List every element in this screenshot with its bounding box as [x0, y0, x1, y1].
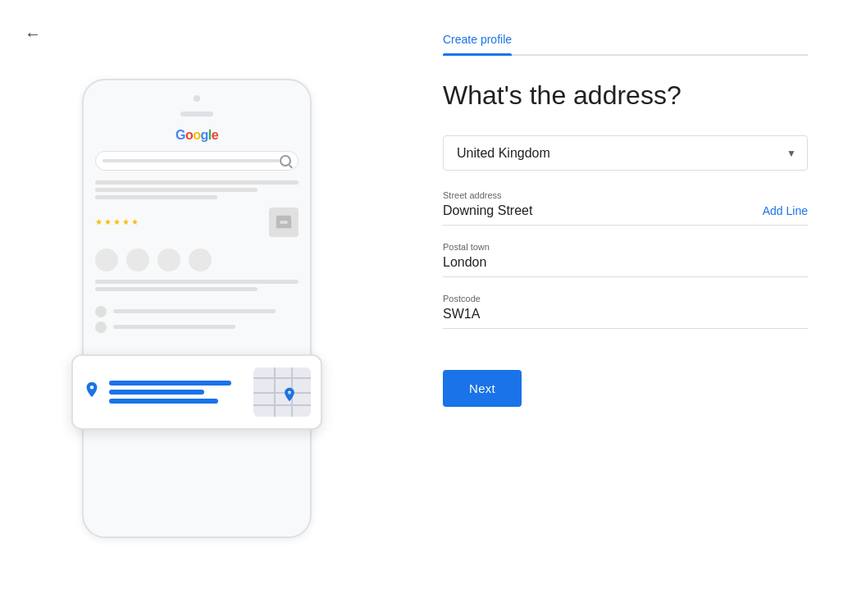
- phone-action-icons: [95, 249, 299, 271]
- phone-bottom-row: [95, 306, 299, 317]
- postal-town-label: Postal town: [443, 242, 808, 252]
- next-button[interactable]: Next: [443, 370, 522, 407]
- phone-speaker: [180, 112, 213, 116]
- star-icon: ★: [113, 217, 121, 226]
- postal-town-field: Postal town: [443, 242, 808, 277]
- phone-camera: [194, 95, 200, 102]
- right-panel: Create profile What's the address? Unite…: [394, 0, 857, 616]
- phone-mockup: Google ★ ★ ★ ★ ★: [82, 79, 312, 538]
- star-icon: ★: [131, 217, 139, 226]
- phone-line: [95, 180, 299, 185]
- postcode-field: Postcode: [443, 294, 808, 329]
- map-line: [253, 377, 311, 379]
- phone-search-icon: [280, 155, 291, 167]
- card-line: [109, 390, 204, 395]
- store-svg: [275, 213, 293, 231]
- phone-action-icon: [189, 249, 212, 271]
- postal-town-input[interactable]: [443, 255, 808, 270]
- postal-town-row: [443, 255, 808, 277]
- card-line: [109, 399, 218, 404]
- store-icon: [269, 208, 299, 237]
- phone-stars: ★ ★ ★ ★ ★: [95, 217, 139, 226]
- card-line: [109, 381, 231, 386]
- phone-line: [113, 325, 235, 329]
- street-address-field: Street address Add Line: [443, 190, 808, 226]
- phone-line: [95, 188, 258, 192]
- map-pin-icon: [281, 386, 298, 407]
- phone-content-lines: [95, 180, 299, 199]
- phone-search-bar: [95, 151, 299, 171]
- tab-bar: Create profile: [443, 33, 808, 56]
- page-title: What's the address?: [443, 80, 808, 111]
- phone-bottom-rows: [95, 306, 299, 333]
- phone-action-icon: [157, 249, 180, 271]
- add-line-button[interactable]: Add Line: [763, 204, 808, 217]
- phone-line: [95, 280, 299, 284]
- phone-action-icon: [126, 249, 149, 271]
- street-address-row: Add Line: [443, 203, 808, 226]
- street-address-input[interactable]: [443, 203, 753, 218]
- phone-bottom-icon: [95, 306, 107, 317]
- map-line: [274, 367, 276, 417]
- star-icon: ★: [95, 217, 103, 226]
- street-address-label: Street address: [443, 190, 808, 200]
- phone-bottom-row: [95, 322, 299, 333]
- phone-more-lines: [95, 280, 299, 291]
- pin-icon: [83, 381, 101, 404]
- phone-stars-row: ★ ★ ★ ★ ★: [95, 208, 299, 237]
- map-thumbnail: [253, 367, 311, 417]
- left-panel: ← Google ★ ★ ★ ★ ★: [0, 0, 394, 616]
- star-icon: ★: [104, 217, 112, 226]
- postcode-label: Postcode: [443, 294, 808, 303]
- phone-bottom-icon: [95, 322, 107, 333]
- phone-line: [95, 195, 217, 199]
- phone-line: [95, 287, 258, 291]
- phone-search-line: [103, 159, 280, 162]
- phone-action-icon: [95, 249, 118, 271]
- tab-create-profile[interactable]: Create profile: [443, 33, 512, 54]
- postcode-row: [443, 307, 808, 329]
- star-icon: ★: [122, 217, 130, 226]
- card-text-lines: [109, 381, 245, 404]
- postcode-input[interactable]: [443, 307, 808, 322]
- country-select-wrapper: United Kingdom United States Australia C…: [443, 135, 808, 171]
- phone-google-logo: Google: [95, 128, 299, 143]
- back-button[interactable]: ←: [25, 25, 41, 43]
- country-select[interactable]: United Kingdom United States Australia C…: [443, 135, 808, 171]
- phone-highlight-card: [71, 354, 322, 430]
- phone-line: [113, 309, 276, 313]
